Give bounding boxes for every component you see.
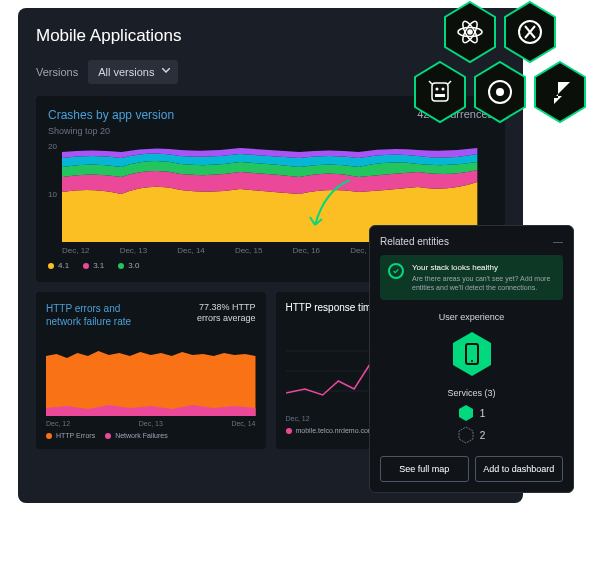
legend-dot	[118, 263, 124, 269]
legend-dot	[83, 263, 89, 269]
legend-dot	[46, 433, 52, 439]
see-full-map-button[interactable]: See full map	[380, 456, 469, 482]
http-errors-title[interactable]: HTTP errors and network failure rate	[46, 302, 146, 328]
x-tick: Dec, 15	[235, 246, 263, 255]
http-errors-chart[interactable]	[46, 336, 256, 416]
http-percent-sub: errors average	[197, 313, 256, 324]
versions-label: Versions	[36, 66, 78, 78]
x-tick: Dec, 16	[293, 246, 321, 255]
chevron-down-icon	[162, 68, 170, 73]
svg-rect-11	[435, 94, 445, 97]
http-percent: 77.38% HTTP	[197, 302, 256, 313]
http-errors-card: HTTP errors and network failure rate 77.…	[36, 292, 266, 449]
arrow-annotation	[300, 175, 370, 245]
health-title: Your stack looks healthy	[412, 263, 555, 272]
legend-item[interactable]: 3.1	[83, 261, 104, 270]
services-label: Services (3)	[380, 388, 563, 398]
svg-marker-25	[459, 427, 473, 443]
x-tick: Dec, 13	[120, 246, 148, 255]
svg-point-4	[468, 30, 472, 34]
svg-point-9	[436, 88, 439, 91]
service-item-2[interactable]: 2	[458, 426, 486, 444]
minimize-icon[interactable]: —	[553, 236, 563, 247]
legend-dot	[286, 428, 292, 434]
legend-item[interactable]: Network Failures	[105, 432, 168, 439]
legend-dot	[48, 263, 54, 269]
framework-icons	[380, 0, 590, 139]
health-desc: Are there areas you can't see yet? Add m…	[412, 274, 555, 292]
service-item-1[interactable]: 1	[458, 404, 486, 422]
check-circle-icon	[388, 263, 404, 279]
hex-icon	[458, 404, 474, 422]
x-tick: Dec, 12	[46, 420, 70, 427]
y-tick: 20	[48, 142, 57, 151]
svg-point-10	[442, 88, 445, 91]
hex-outline-icon	[458, 426, 474, 444]
health-status-box: Your stack looks healthy Are there areas…	[380, 255, 563, 300]
y-tick: 10	[48, 190, 57, 199]
legend-item[interactable]: mobile.telco.nrdemo.com	[286, 427, 374, 434]
version-select[interactable]: All versions	[88, 60, 178, 84]
svg-marker-21	[453, 332, 491, 376]
x-tick: Dec, 13	[139, 420, 163, 427]
app-entity-hex[interactable]	[380, 330, 563, 378]
legend-item[interactable]: 3.0	[118, 261, 139, 270]
svg-point-16	[496, 88, 504, 96]
svg-marker-7	[415, 62, 465, 122]
svg-marker-24	[459, 405, 473, 421]
crashes-title[interactable]: Crashes by app version	[48, 108, 174, 122]
version-selected: All versions	[98, 66, 154, 78]
x-tick: Dec, 12	[62, 246, 90, 255]
x-tick: Dec, 14	[177, 246, 205, 255]
x-tick: Dec, 14	[231, 420, 255, 427]
svg-point-23	[471, 360, 473, 362]
legend-item[interactable]: HTTP Errors	[46, 432, 95, 439]
legend-item[interactable]: 4.1	[48, 261, 69, 270]
add-to-dashboard-button[interactable]: Add to dashboard	[475, 456, 564, 482]
x-tick: Dec, 12	[286, 415, 310, 422]
side-title: Related entities	[380, 236, 449, 247]
related-entities-panel: Related entities — Your stack looks heal…	[369, 225, 574, 493]
user-experience-label: User experience	[380, 312, 563, 322]
legend-dot	[105, 433, 111, 439]
